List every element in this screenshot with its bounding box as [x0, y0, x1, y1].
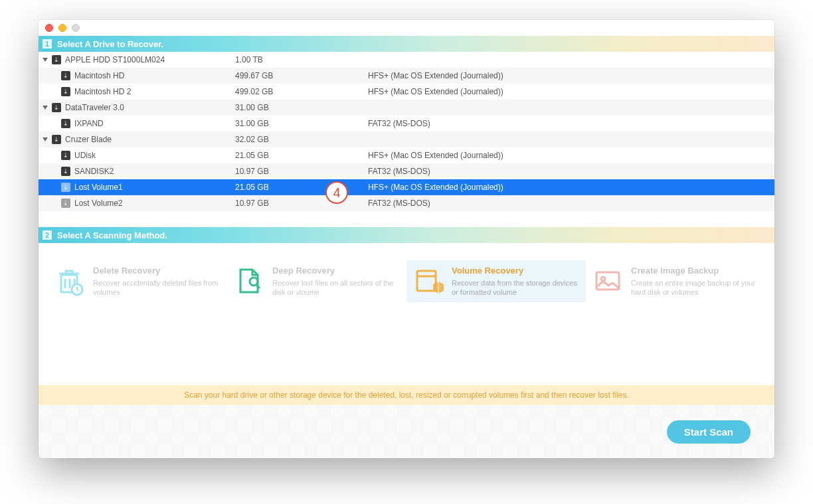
- method-title: Deep Recovery: [272, 266, 400, 276]
- drive-filesystem: HFS+ (Mac OS Extended (Journaled)): [368, 151, 774, 160]
- disclosure-triangle-icon[interactable]: [43, 137, 48, 141]
- method-deep-recovery[interactable]: Deep Recovery Recover lost files on all …: [227, 260, 406, 302]
- image-icon: [592, 266, 623, 296]
- drive-name: Macintosh HD 2: [74, 87, 131, 96]
- drive-filesystem: HFS+ (Mac OS Extended (Journaled)): [368, 71, 774, 80]
- drive-row[interactable]: ⇣SANDISK210.97 GBFAT32 (MS-DOS): [39, 163, 774, 179]
- drive-icon: ⇣: [61, 119, 70, 128]
- drive-size: 10.97 GB: [235, 199, 368, 208]
- drive-icon: ⇣: [61, 167, 70, 176]
- svg-rect-3: [417, 271, 436, 291]
- drive-row[interactable]: ⇣Macintosh HD 2499.02 GBHFS+ (Mac OS Ext…: [39, 84, 774, 100]
- method-desc: Recover data from the storage devices or…: [452, 278, 579, 297]
- method-desc: Create an entire image backup of your ha…: [631, 278, 759, 297]
- drive-size: 31.00 GB: [235, 119, 368, 128]
- method-desc: Recover lost files on all sectors of the…: [272, 278, 400, 297]
- drive-icon: ⇣: [52, 103, 61, 112]
- method-title: Volume Recovery: [452, 266, 579, 276]
- footer: Start Scan: [39, 405, 774, 458]
- method-title: Create Image Backup: [631, 266, 759, 276]
- pre-footer-area: [39, 311, 774, 385]
- drive-icon: ⇣: [52, 135, 61, 144]
- drive-row[interactable]: ⇣UDisk21.05 GBHFS+ (Mac OS Extended (Jou…: [39, 147, 774, 163]
- spacer: [39, 211, 774, 227]
- trash-icon: [54, 266, 85, 296]
- drive-name: Lost Volume1: [74, 183, 123, 192]
- section-title-1: Select A Drive to Recover.: [57, 39, 163, 49]
- close-icon[interactable]: [45, 24, 53, 32]
- drive-name: Macintosh HD: [74, 71, 124, 80]
- drive-row[interactable]: ⇣Lost Volume210.97 GBFAT32 (MS-DOS): [39, 195, 774, 211]
- method-desc: Recover accidentally deleted files from …: [93, 278, 221, 297]
- drive-icon: ⇣: [61, 87, 70, 96]
- drive-filesystem: FAT32 (MS-DOS): [368, 199, 774, 208]
- drive-row[interactable]: ⇣DataTraveler 3.031.00 GB: [39, 100, 774, 116]
- drive-filesystem: FAT32 (MS-DOS): [368, 167, 774, 176]
- titlebar: [39, 20, 774, 36]
- drive-row[interactable]: ⇣IXPAND31.00 GBFAT32 (MS-DOS): [39, 116, 774, 131]
- app-window: 1 Select A Drive to Recover. ⇣APPLE HDD …: [39, 20, 774, 458]
- svg-rect-4: [596, 272, 619, 290]
- method-delete-recovery[interactable]: Delete Recovery Recover accidentally del…: [48, 260, 227, 302]
- method-create-image-backup[interactable]: Create Image Backup Create an entire ima…: [586, 260, 765, 302]
- method-title: Delete Recovery: [93, 266, 221, 276]
- drive-name: Lost Volume2: [74, 199, 123, 208]
- disclosure-triangle-icon[interactable]: [43, 106, 48, 110]
- drive-filesystem: FAT32 (MS-DOS): [368, 119, 774, 128]
- section-drive-header: 1 Select A Drive to Recover.: [39, 36, 774, 52]
- disclosure-triangle-icon[interactable]: [43, 58, 48, 62]
- svg-point-5: [601, 277, 605, 281]
- drive-name: SANDISK2: [74, 167, 114, 176]
- maximize-icon[interactable]: [72, 24, 80, 32]
- drive-icon: ⇣: [61, 151, 70, 160]
- hint-text: Scan your hard drive or other storage de…: [184, 390, 629, 400]
- drive-icon: ⇣: [61, 71, 70, 80]
- hint-bar: Scan your hard drive or other storage de…: [39, 385, 774, 405]
- drive-size: 32.02 GB: [235, 135, 368, 144]
- drive-filesystem: HFS+ (Mac OS Extended (Journaled)): [368, 87, 774, 96]
- section-num-2: 2: [43, 230, 52, 240]
- drive-name: DataTraveler 3.0: [65, 103, 124, 112]
- svg-point-2: [250, 278, 258, 286]
- drive-name: UDisk: [74, 151, 96, 160]
- drive-list: ⇣APPLE HDD ST1000LM0241.00 TB⇣Macintosh …: [39, 52, 774, 211]
- drive-name: Cruzer Blade: [65, 135, 112, 144]
- drive-size: 21.05 GB: [235, 151, 368, 160]
- drive-size: 499.02 GB: [235, 87, 368, 96]
- scanning-methods: Delete Recovery Recover accidentally del…: [39, 243, 774, 311]
- method-volume-recovery[interactable]: Volume Recovery Recover data from the st…: [406, 260, 586, 302]
- document-search-icon: [234, 266, 264, 296]
- annotation-badge-4: 4: [325, 181, 348, 204]
- drive-row[interactable]: ⇣Cruzer Blade32.02 GB: [39, 131, 774, 147]
- drive-icon: ⇣: [61, 183, 70, 192]
- drive-name: APPLE HDD ST1000LM024: [65, 55, 165, 64]
- drive-row[interactable]: ⇣APPLE HDD ST1000LM0241.00 TB: [39, 52, 774, 68]
- section-num-1: 1: [43, 39, 52, 48]
- drive-row[interactable]: ⇣Macintosh HD499.67 GBHFS+ (Mac OS Exten…: [39, 68, 774, 84]
- volume-box-icon: [413, 266, 444, 296]
- minimize-icon[interactable]: [58, 24, 66, 32]
- drive-size: 499.67 GB: [235, 71, 368, 80]
- section-method-header: 2 Select A Scanning Method.: [39, 227, 774, 243]
- drive-size: 1.00 TB: [235, 55, 368, 64]
- drive-icon: ⇣: [52, 55, 61, 64]
- drive-filesystem: HFS+ (Mac OS Extended (Journaled)): [368, 183, 774, 192]
- drive-size: 10.97 GB: [235, 167, 368, 176]
- drive-row[interactable]: ⇣Lost Volume121.05 GBHFS+ (Mac OS Extend…: [39, 179, 774, 195]
- drive-icon: ⇣: [61, 199, 70, 208]
- start-scan-button[interactable]: Start Scan: [667, 420, 751, 444]
- drive-name: IXPAND: [74, 119, 104, 128]
- section-title-2: Select A Scanning Method.: [57, 230, 167, 240]
- drive-size: 21.05 GB: [235, 183, 368, 192]
- drive-size: 31.00 GB: [235, 103, 368, 112]
